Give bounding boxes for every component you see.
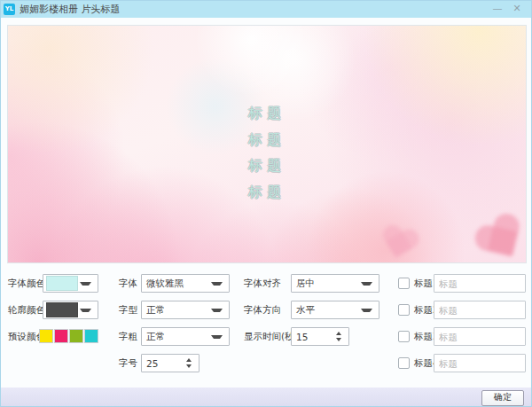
spinner-arrows-icon[interactable] xyxy=(336,332,341,341)
direction-select[interactable]: 水平 xyxy=(291,301,379,319)
outline-color-label: 轮廓颜色 xyxy=(8,304,45,317)
chevron-down-icon xyxy=(211,282,223,286)
chevron-down-icon xyxy=(211,335,223,339)
font-size-label: 字号 xyxy=(119,357,137,370)
chevron-down-icon xyxy=(211,309,223,312)
duration-spinner[interactable]: 15 xyxy=(291,327,349,346)
spin-up-icon[interactable] xyxy=(336,332,341,335)
spinner-arrows-icon[interactable] xyxy=(186,358,192,368)
title4-checkbox[interactable] xyxy=(398,357,410,369)
font-style-value: 正常 xyxy=(142,304,211,317)
title-preview-canvas[interactable]: 标题 标题 标题 标题 xyxy=(7,25,527,263)
direction-value: 水平 xyxy=(292,304,361,317)
chevron-down-icon xyxy=(361,309,372,312)
preview-titles: 标题 标题 标题 标题 xyxy=(248,100,286,205)
close-button[interactable]: ✕ xyxy=(508,1,526,18)
preview-title-1: 标题 xyxy=(248,100,286,127)
preset-color-pink[interactable] xyxy=(54,329,68,343)
font-weight-label: 字粗 xyxy=(119,331,137,343)
title3-input[interactable] xyxy=(434,327,526,346)
dialog-window: YL 媚媚影楼相册 片头标题 — ✕ 标题 标题 标题 标题 字体颜色 轮廓颜色… xyxy=(0,0,532,407)
title3-checkbox[interactable] xyxy=(398,331,410,342)
window-title: 媚媚影楼相册 片头标题 xyxy=(20,3,121,16)
align-select[interactable]: 居中 xyxy=(291,274,379,293)
spin-down-icon[interactable] xyxy=(336,338,341,341)
font-color-swatch xyxy=(46,276,78,291)
outline-color-picker[interactable] xyxy=(43,301,98,319)
heart-decoration xyxy=(470,209,527,263)
chevron-down-icon xyxy=(80,282,91,286)
heart-decoration xyxy=(377,223,421,263)
font-size-spinner[interactable]: 25 xyxy=(141,354,200,372)
font-weight-select[interactable]: 正常 xyxy=(141,327,230,346)
align-value: 居中 xyxy=(292,278,361,290)
preset-color-yellow[interactable] xyxy=(39,329,53,343)
title2-checkbox[interactable] xyxy=(398,304,410,316)
font-family-select[interactable]: 微软雅黑 xyxy=(141,274,230,293)
titlebar: YL 媚媚影楼相册 片头标题 — ✕ xyxy=(1,1,531,18)
outline-color-swatch xyxy=(46,302,78,317)
spin-up-icon[interactable] xyxy=(186,358,192,362)
duration-value: 15 xyxy=(292,332,336,342)
preset-color-green[interactable] xyxy=(69,329,83,343)
font-size-value: 25 xyxy=(142,358,186,369)
spin-down-icon[interactable] xyxy=(186,364,192,368)
preview-title-4: 标题 xyxy=(248,179,286,206)
title2-input[interactable] xyxy=(434,301,526,319)
direction-label: 字体方向 xyxy=(244,304,281,317)
title4-input[interactable] xyxy=(434,354,526,372)
font-style-label: 字型 xyxy=(119,304,137,317)
preview-title-2: 标题 xyxy=(248,127,286,153)
preset-color-cyan[interactable] xyxy=(84,329,98,343)
font-label: 字体 xyxy=(119,278,137,290)
minimize-button[interactable]: — xyxy=(489,1,506,18)
footer-bar xyxy=(1,387,531,407)
chevron-down-icon xyxy=(80,309,91,312)
font-family-value: 微软雅黑 xyxy=(142,278,211,290)
title1-input[interactable] xyxy=(434,274,526,293)
duration-label: 显示时间(秒) xyxy=(244,331,298,343)
chevron-down-icon xyxy=(361,282,372,286)
ok-button[interactable]: 确定 xyxy=(481,390,524,406)
preview-title-3: 标题 xyxy=(248,153,286,179)
font-color-picker[interactable] xyxy=(43,274,98,293)
title1-checkbox[interactable] xyxy=(398,278,410,289)
font-color-label: 字体颜色 xyxy=(8,278,45,290)
align-label: 字体对齐 xyxy=(244,278,281,290)
font-style-select[interactable]: 正常 xyxy=(141,301,230,319)
font-weight-value: 正常 xyxy=(142,331,211,343)
app-icon: YL xyxy=(4,4,15,15)
